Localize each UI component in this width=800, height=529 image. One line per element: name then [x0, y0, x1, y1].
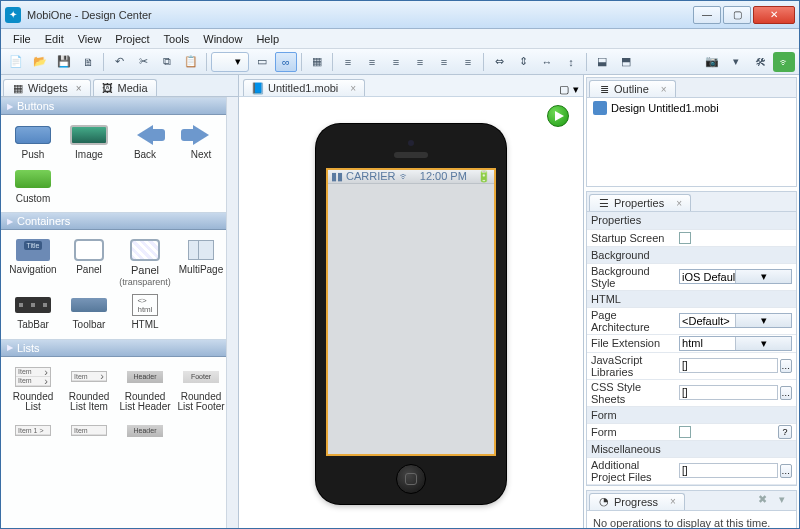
copy-button[interactable]: ⧉ — [156, 52, 178, 72]
browse-button[interactable]: … — [780, 386, 792, 400]
prop-js-libraries[interactable] — [679, 358, 778, 373]
scrollbar[interactable] — [226, 97, 238, 529]
prop-additional-files[interactable] — [679, 463, 778, 478]
widget-tabbar[interactable]: TabBar — [5, 291, 61, 333]
link-button[interactable]: ∞ — [275, 52, 297, 72]
clear-progress-icon[interactable]: ✖ — [754, 493, 770, 507]
bring-front-button[interactable]: ⬓ — [591, 52, 613, 72]
prop-startup-screen[interactable] — [679, 232, 691, 244]
align-center-button[interactable]: ≡ — [361, 52, 383, 72]
distribute-h-button[interactable]: ⇔ — [488, 52, 510, 72]
widget-panel-transparent[interactable]: Panel(transparent) — [117, 236, 173, 289]
widget-list-row-item[interactable]: Item — [61, 417, 117, 445]
menu-file[interactable]: File — [7, 31, 37, 47]
progress-message: No operations to display at this time. — [587, 511, 796, 530]
align-right-button[interactable]: ≡ — [385, 52, 407, 72]
section-buttons-header[interactable]: Buttons — [1, 97, 238, 115]
send-back-button[interactable]: ⬒ — [615, 52, 637, 72]
prop-form[interactable] — [679, 426, 691, 438]
new-doc-icon[interactable]: ▢ — [559, 83, 569, 96]
help-button[interactable]: ? — [778, 425, 792, 439]
widget-list-row-1[interactable]: Item 1 > — [5, 417, 61, 445]
tab-properties[interactable]: ☰ Properties × — [589, 194, 691, 211]
browse-button[interactable]: … — [780, 359, 792, 373]
widget-toolbar[interactable]: Toolbar — [61, 291, 117, 333]
close-icon[interactable]: × — [661, 84, 667, 95]
window-maximize-button[interactable]: ▢ — [723, 6, 751, 24]
same-width-button[interactable]: ↔ — [536, 52, 558, 72]
tab-progress[interactable]: ◔ Progress × — [589, 493, 685, 510]
tab-outline[interactable]: ≣ Outline × — [589, 80, 676, 97]
close-icon[interactable]: × — [76, 83, 82, 94]
left-tabstrip: ▦ Widgets × 🖼 Media — [1, 75, 238, 97]
camera-icon[interactable]: 📷 — [701, 52, 723, 72]
platform-arrow-icon[interactable]: ▾ — [230, 55, 246, 68]
align-middle-button[interactable]: ≡ — [433, 52, 455, 72]
align-top-button[interactable]: ≡ — [409, 52, 431, 72]
build-icon[interactable]: 🛠 — [749, 52, 771, 72]
outline-root[interactable]: Design Untitled1.mobi — [587, 98, 796, 118]
section-lists-header[interactable]: Lists — [1, 339, 238, 357]
design-canvas[interactable]: ▮▮ CARRIER ᯤ 12:00 PM 🔋 — [239, 97, 583, 529]
browse-button[interactable]: … — [780, 464, 792, 478]
align-bottom-button[interactable]: ≡ — [457, 52, 479, 72]
menu-view[interactable]: View — [72, 31, 108, 47]
section-containers-header[interactable]: Containers — [1, 212, 238, 230]
widget-rounded-list-header[interactable]: HeaderRounded List Header — [117, 363, 173, 415]
device-home-button[interactable] — [396, 464, 426, 494]
chevron-down-icon: ▾ — [735, 314, 791, 327]
cut-button[interactable]: ✂ — [132, 52, 154, 72]
save-all-button[interactable]: 🗎 — [77, 52, 99, 72]
widget-push[interactable]: Push — [5, 121, 61, 163]
widget-multipage[interactable]: MultiPage — [173, 236, 229, 289]
widget-back[interactable]: Back — [117, 121, 173, 163]
grid-button[interactable]: ▦ — [306, 52, 328, 72]
menu-window[interactable]: Window — [197, 31, 248, 47]
progress-menu-icon[interactable]: ▾ — [774, 493, 790, 507]
properties-icon: ☰ — [598, 197, 610, 209]
widget-custom[interactable]: Custom — [5, 165, 61, 207]
prop-css-stylesheets[interactable] — [679, 385, 778, 400]
widget-html[interactable]: <>htmlHTML — [117, 291, 173, 333]
menu-help[interactable]: Help — [250, 31, 285, 47]
widget-next[interactable]: Next — [173, 121, 229, 163]
wifi-icon[interactable]: ᯤ — [773, 52, 795, 72]
undo-button[interactable]: ↶ — [108, 52, 130, 72]
window-minimize-button[interactable]: — — [693, 6, 721, 24]
paste-button[interactable]: 📋 — [180, 52, 202, 72]
align-left-button[interactable]: ≡ — [337, 52, 359, 72]
widget-navigation[interactable]: TitleNavigation — [5, 236, 61, 289]
menu-edit[interactable]: Edit — [39, 31, 70, 47]
prop-file-extension[interactable]: html▾ — [679, 336, 792, 351]
widget-rounded-list-item[interactable]: Item›Rounded List Item — [61, 363, 117, 415]
new-button[interactable]: 📄 — [5, 52, 27, 72]
tab-widgets[interactable]: ▦ Widgets × — [3, 79, 91, 96]
run-button[interactable] — [547, 105, 569, 127]
prop-page-architecture[interactable]: <Default>▾ — [679, 313, 792, 328]
platform-selector[interactable]: ▾ — [211, 52, 249, 72]
window-close-button[interactable]: ✕ — [753, 6, 795, 24]
widget-rounded-list-footer[interactable]: FooterRounded List Footer — [173, 363, 229, 415]
camera-dropdown-icon[interactable]: ▾ — [725, 52, 747, 72]
close-icon[interactable]: × — [670, 496, 676, 507]
close-icon[interactable]: × — [676, 198, 682, 209]
device-screen[interactable]: ▮▮ CARRIER ᯤ 12:00 PM 🔋 — [326, 168, 496, 456]
scale-button[interactable]: ▭ — [251, 52, 273, 72]
menu-tools[interactable]: Tools — [158, 31, 196, 47]
widget-list-row-header[interactable]: Header — [117, 417, 173, 445]
menu-project[interactable]: Project — [109, 31, 155, 47]
doc-tab-untitled1[interactable]: 📘 Untitled1.mobi × — [243, 79, 365, 96]
distribute-v-button[interactable]: ⇕ — [512, 52, 534, 72]
close-icon[interactable]: × — [350, 83, 356, 94]
widget-image[interactable]: Image — [61, 121, 117, 163]
widget-rounded-list[interactable]: Item›Item›Rounded List — [5, 363, 61, 415]
open-button[interactable]: 📂 — [29, 52, 51, 72]
tab-media[interactable]: 🖼 Media — [93, 79, 157, 96]
widget-panel[interactable]: Panel — [61, 236, 117, 289]
prop-background-style[interactable]: iOS Default (strip...▾ — [679, 269, 792, 284]
same-height-button[interactable]: ↕ — [560, 52, 582, 72]
save-button[interactable]: 💾 — [53, 52, 75, 72]
doc-dropdown-icon[interactable]: ▾ — [573, 83, 579, 96]
properties-panel: ☰ Properties × Properties Startup Screen… — [586, 191, 797, 486]
prop-group-form: Form — [587, 406, 796, 423]
